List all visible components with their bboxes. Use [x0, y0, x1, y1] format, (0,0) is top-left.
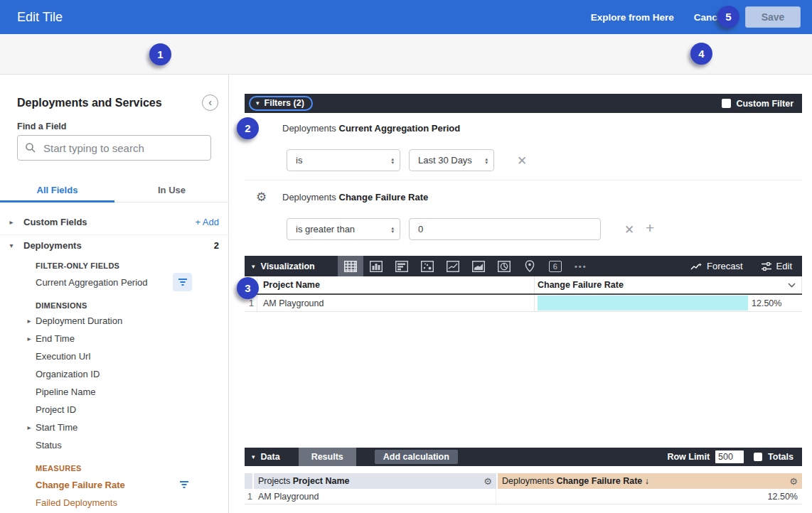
- add-custom-field-button[interactable]: + Add: [195, 217, 219, 227]
- edit-tile-window: Edit Tile Explore from Here Cancel Save …: [0, 0, 812, 513]
- viz-table-row: 1 AM Playground 12.50%: [245, 295, 802, 312]
- window-title: Edit Tile: [17, 10, 63, 25]
- annotation-badge-3: 3: [237, 277, 259, 299]
- filter-2-value-input[interactable]: [409, 218, 601, 240]
- viz-col-project-name[interactable]: Project Name: [257, 276, 535, 293]
- totals-checkbox[interactable]: [754, 453, 762, 461]
- field-label: Project ID: [36, 404, 76, 415]
- viz-col-change-failure-rate[interactable]: Change Failure Rate: [535, 276, 802, 293]
- deployments-group-row[interactable]: ▾ Deployments 2: [0, 237, 229, 254]
- field-change-failure-rate[interactable]: Change Failure Rate: [0, 475, 229, 495]
- remove-filter-2-icon[interactable]: ✕: [624, 222, 634, 237]
- expand-field-icon[interactable]: ▸: [24, 317, 34, 325]
- row-number: 1: [245, 492, 252, 502]
- project-name-cell: AM Playground: [254, 489, 496, 504]
- viz-type-line-icon[interactable]: [440, 256, 466, 276]
- filter-1-operator-select[interactable]: is ▴▾: [287, 149, 400, 171]
- filter-2-operator-select[interactable]: is greater than ▴▾: [287, 218, 400, 240]
- field-search-input[interactable]: [43, 142, 193, 154]
- sort-descending-icon: ↓: [645, 476, 649, 486]
- column-menu-chevron-icon[interactable]: [788, 280, 796, 290]
- annotation-badge-4: 4: [690, 43, 712, 65]
- row-limit-input[interactable]: [715, 450, 744, 463]
- column-gear-icon[interactable]: ⚙: [484, 476, 492, 487]
- field-failed-deployments[interactable]: Failed Deployments: [0, 494, 229, 512]
- measures-header: MEASURES: [36, 464, 82, 472]
- visualization-bar-label: Visualization: [261, 261, 315, 271]
- results-tab[interactable]: Results: [299, 448, 356, 466]
- filter-1-field-label: Deployments Current Aggregation Period: [282, 123, 460, 134]
- explore-main-panel: ▾ Filters (2) Custom Filter Deployments …: [229, 75, 812, 513]
- expand-field-icon[interactable]: ▸: [24, 423, 34, 431]
- add-calculation-button[interactable]: Add calculation: [375, 450, 458, 464]
- expand-custom-fields-icon[interactable]: ▸: [6, 218, 16, 226]
- field-label: Execution Url: [36, 351, 90, 362]
- data-col-change-failure-rate[interactable]: Deployments Change Failure Rate ↓ ⚙: [498, 473, 802, 489]
- data-toggle[interactable]: ▾ Data: [252, 452, 280, 462]
- field-deployment-duration[interactable]: ▸ Deployment Duration: [0, 312, 229, 330]
- viz-type-single-value-icon[interactable]: 6: [543, 256, 568, 276]
- active-filter-chip[interactable]: [173, 273, 192, 291]
- visualization-section-bar: ▾ Visualization: [245, 256, 802, 276]
- forecast-button[interactable]: Forecast: [690, 261, 743, 271]
- viz-type-bar-icon[interactable]: [389, 256, 415, 276]
- tab-all-fields[interactable]: All Fields: [0, 178, 114, 202]
- field-label: Failed Deployments: [36, 497, 117, 508]
- edit-settings-icon: [762, 262, 771, 271]
- deployments-group-label: Deployments: [23, 240, 82, 251]
- edit-label: Edit: [776, 261, 792, 271]
- viz-type-map-icon[interactable]: [517, 256, 543, 276]
- field-pipeline-name[interactable]: Pipeline Name: [0, 383, 229, 401]
- field-project-id[interactable]: Project ID: [0, 401, 229, 418]
- remove-filter-1-icon[interactable]: ✕: [517, 153, 527, 168]
- filter-2-gear-icon[interactable]: ⚙: [256, 190, 267, 205]
- collapse-deployments-icon[interactable]: ▾: [6, 242, 16, 249]
- explore-from-here-link[interactable]: Explore from Here: [591, 12, 674, 23]
- edit-viz-button[interactable]: Edit: [762, 261, 792, 271]
- totals-label: Totals: [768, 452, 794, 462]
- custom-filter-toggle[interactable]: Custom Filter: [722, 99, 794, 109]
- custom-fields-row[interactable]: ▸ Custom Fields + Add: [0, 213, 229, 231]
- field-organization-id[interactable]: Organization ID: [0, 365, 229, 383]
- add-filter-icon[interactable]: +: [646, 220, 654, 237]
- field-current-aggregation-period[interactable]: Current Aggregation Period: [0, 272, 229, 292]
- save-button[interactable]: Save: [745, 6, 801, 28]
- tab-in-use[interactable]: In Use: [114, 178, 229, 202]
- field-label: Pipeline Name: [36, 387, 96, 397]
- viz-type-column-icon[interactable]: [363, 256, 389, 276]
- filters-section-bar: ▾ Filters (2) Custom Filter: [245, 94, 802, 113]
- field-label: Change Failure Rate: [36, 480, 125, 490]
- filters-toggle[interactable]: ▾ Filters (2): [249, 96, 313, 111]
- field-start-time[interactable]: ▸ Start Time: [0, 418, 229, 436]
- custom-filter-checkbox[interactable]: [722, 99, 731, 108]
- viz-type-table-icon[interactable]: [338, 256, 363, 276]
- field-search-box[interactable]: [17, 135, 211, 161]
- deployments-field-count: 2: [214, 240, 219, 251]
- select-arrows-icon: ▴▾: [384, 226, 394, 233]
- top-app-bar: Edit Tile Explore from Here Cancel Save: [0, 0, 812, 34]
- collapse-sidebar-icon[interactable]: ‹: [202, 94, 218, 111]
- field-execution-url[interactable]: Execution Url: [0, 347, 229, 365]
- viz-type-area-icon[interactable]: [466, 256, 491, 276]
- column-entity: Deployments: [502, 476, 554, 486]
- filters-bar-label: Filters (2): [265, 98, 304, 108]
- field-end-time[interactable]: ▸ End Time: [0, 330, 229, 347]
- data-section-bar: ▾ Data Results Add calculation Row Limit…: [245, 448, 802, 466]
- cell-value: 12.50%: [748, 298, 781, 308]
- filter-1-value-select[interactable]: Last 30 Days ▴▾: [409, 149, 494, 171]
- project-name-cell: AM Playground: [257, 295, 535, 311]
- expand-field-icon[interactable]: ▸: [24, 335, 34, 342]
- collapse-visualization-icon: ▾: [252, 263, 255, 270]
- viz-type-more-icon[interactable]: •••: [568, 256, 594, 276]
- viz-type-scatter-icon[interactable]: [415, 256, 440, 276]
- filter-icon: [178, 278, 188, 286]
- filter-entity: Deployments: [282, 123, 336, 134]
- active-filter-chip[interactable]: [174, 475, 193, 494]
- field-status[interactable]: Status: [0, 436, 229, 454]
- data-col-project-name[interactable]: Projects Project Name ⚙: [254, 473, 496, 489]
- viz-type-pie-icon[interactable]: [491, 256, 517, 276]
- column-gear-icon[interactable]: ⚙: [789, 476, 798, 487]
- filter-entity: Deployments: [282, 192, 336, 202]
- visualization-toggle[interactable]: ▾ Visualization: [252, 261, 315, 271]
- field-label: Start Time: [36, 422, 78, 433]
